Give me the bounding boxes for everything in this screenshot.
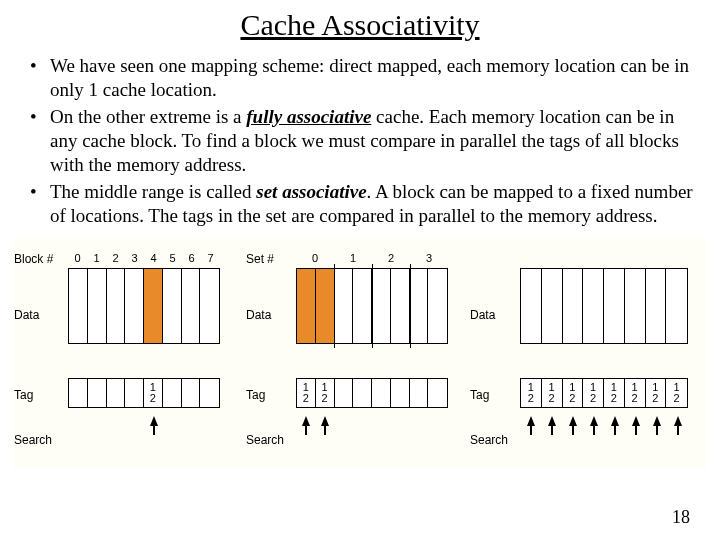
bullet-item: The middle range is called set associati… xyxy=(36,180,696,229)
tag-cell xyxy=(353,379,372,407)
set-divider xyxy=(410,264,411,348)
tag-cell: 12 xyxy=(625,379,646,407)
tag-cell xyxy=(163,379,182,407)
tag-cell: 12 xyxy=(646,379,667,407)
tag-blocks: 12 12 12 12 12 12 12 12 xyxy=(520,378,688,408)
block xyxy=(372,269,391,343)
tag-cell: 12 xyxy=(542,379,563,407)
block xyxy=(353,269,372,343)
bullet-item: We have seen one mapping scheme: direct … xyxy=(36,54,696,103)
tag-val: 2 xyxy=(528,393,534,404)
tag-val: 2 xyxy=(569,393,575,404)
block xyxy=(646,269,667,343)
block xyxy=(391,269,410,343)
block xyxy=(125,269,144,343)
tag-cell xyxy=(391,379,410,407)
panel-set-associative: Set # Data Tag Search 0 1 2 3 12 12 xyxy=(246,238,466,468)
bullet-item: On the other extreme is a fully associat… xyxy=(36,105,696,178)
set-divider xyxy=(372,264,373,348)
tag-cell: 12 xyxy=(583,379,604,407)
num: 4 xyxy=(144,252,163,264)
data-blocks xyxy=(68,268,220,344)
bullet-text: The middle range is called xyxy=(50,181,256,202)
tag-cell: 12 xyxy=(563,379,584,407)
tag-cell: 12 xyxy=(297,379,316,407)
block xyxy=(521,269,542,343)
tag-cell: 12 xyxy=(604,379,625,407)
page-title: Cache Associativity xyxy=(0,8,720,42)
num: 5 xyxy=(163,252,182,264)
tag-cell xyxy=(372,379,391,407)
search-arrow-icon xyxy=(548,416,556,426)
tag-cell: 12 xyxy=(316,379,335,407)
bullet-text: We have seen one mapping scheme: direct … xyxy=(50,55,689,100)
block xyxy=(182,269,201,343)
num: 0 xyxy=(68,252,87,264)
search-arrow-icon xyxy=(674,416,682,426)
block xyxy=(666,269,687,343)
associativity-figure: Block # Data Tag Search 0 1 2 3 4 5 6 7 xyxy=(14,238,706,468)
tag-blocks: 12 xyxy=(68,378,220,408)
tag-cell: 12 xyxy=(666,379,687,407)
block xyxy=(410,269,429,343)
tag-cell xyxy=(88,379,107,407)
num: 6 xyxy=(182,252,201,264)
block xyxy=(428,269,447,343)
search-arrow-icon xyxy=(632,416,640,426)
tag-val: 2 xyxy=(611,393,617,404)
tag-val: 2 xyxy=(549,393,555,404)
search-arrow-icon xyxy=(611,416,619,426)
label-search: Search xyxy=(14,433,52,447)
block-highlighted xyxy=(316,269,335,343)
search-arrow-icon xyxy=(653,416,661,426)
tag-val: 2 xyxy=(652,393,658,404)
block xyxy=(625,269,646,343)
num: 1 xyxy=(87,252,106,264)
search-arrow-icon xyxy=(527,416,535,426)
search-arrow-icon xyxy=(321,416,329,426)
num: 0 xyxy=(296,252,334,264)
label-search: Search xyxy=(470,433,508,447)
tag-val: 2 xyxy=(590,393,596,404)
bullet-text: On the other extreme is a xyxy=(50,106,246,127)
block-numbers: 0 1 2 3 4 5 6 7 xyxy=(68,252,220,264)
tag-cell xyxy=(428,379,447,407)
label-set-num: Set # xyxy=(246,252,274,266)
block xyxy=(69,269,88,343)
label-tag: Tag xyxy=(470,388,489,402)
block xyxy=(163,269,182,343)
tag-val: 2 xyxy=(303,393,309,404)
num: 3 xyxy=(410,252,448,264)
label-tag: Tag xyxy=(246,388,265,402)
tag-cell xyxy=(200,379,219,407)
panel-fully-associative: Data Tag Search 12 12 12 12 12 12 12 12 xyxy=(470,238,698,468)
tag-cell xyxy=(107,379,126,407)
set-divider xyxy=(334,264,335,348)
tag-cell xyxy=(410,379,429,407)
tag-cell xyxy=(335,379,354,407)
tag-cell xyxy=(125,379,144,407)
label-search: Search xyxy=(246,433,284,447)
label-data: Data xyxy=(470,308,495,322)
search-arrow-icon xyxy=(150,416,158,426)
emph-set-associative: set associative xyxy=(256,181,366,202)
block xyxy=(335,269,354,343)
block xyxy=(107,269,126,343)
data-blocks xyxy=(520,268,688,344)
search-arrow-icon xyxy=(302,416,310,426)
emph-fully-associative: fully associative xyxy=(246,106,371,127)
tag-cell xyxy=(69,379,88,407)
block-highlighted xyxy=(297,269,316,343)
num: 1 xyxy=(334,252,372,264)
search-arrow-icon xyxy=(569,416,577,426)
page-number: 18 xyxy=(672,507,690,528)
tag-val: 2 xyxy=(674,393,680,404)
block xyxy=(604,269,625,343)
block xyxy=(88,269,107,343)
num: 2 xyxy=(372,252,410,264)
panel-direct-mapped: Block # Data Tag Search 0 1 2 3 4 5 6 7 xyxy=(14,238,242,468)
tag-blocks: 12 12 xyxy=(296,378,448,408)
label-block-num: Block # xyxy=(14,252,53,266)
tag-cell: 12 xyxy=(144,379,163,407)
block-highlighted xyxy=(144,269,163,343)
